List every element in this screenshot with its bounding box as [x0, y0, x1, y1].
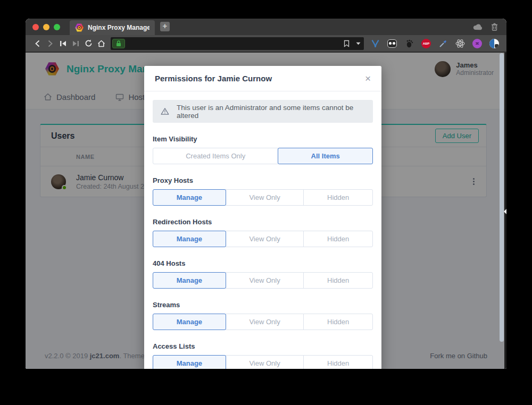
bookmark-icon[interactable]: [344, 40, 350, 47]
dropper-extension-icon[interactable]: [437, 38, 449, 49]
reload-icon[interactable]: [82, 37, 95, 50]
streams-view-only-button[interactable]: View Only: [226, 314, 304, 330]
web-content: Nginx Proxy Manager James Administrator …: [26, 53, 506, 369]
visibility-created-only-button[interactable]: Created Items Only: [153, 148, 278, 164]
proxy-hosts-view-only-button[interactable]: View Only: [226, 189, 304, 206]
browser-tab[interactable]: Nginx Proxy Manager: [70, 20, 155, 35]
visibility-all-items-button[interactable]: All Items: [278, 148, 373, 164]
redirection-hosts-section: Redirection Hosts Manage View Only Hidde…: [153, 218, 373, 247]
vertical-scrollbar[interactable]: [500, 53, 504, 342]
gnome-foot-extension-icon[interactable]: [403, 38, 415, 49]
streams-section: Streams Manage View Only Hidden: [153, 301, 373, 330]
access-lists-button-group: Manage View Only Hidden: [153, 355, 373, 369]
404-hosts-hidden-button[interactable]: Hidden: [303, 272, 373, 289]
mask-extension-icon[interactable]: [386, 38, 398, 49]
browser-tab-bar: Nginx Proxy Manager +: [26, 19, 506, 35]
permissions-modal: Permissions for Jamie Curnow × This user…: [144, 66, 381, 369]
redirection-hosts-button-group: Manage View Only Hidden: [153, 231, 373, 247]
proxy-hosts-button-group: Manage View Only Hidden: [153, 189, 373, 206]
404-hosts-section: 404 Hosts Manage View Only Hidden: [153, 259, 373, 289]
browser-window: Nginx Proxy Manager +: [26, 19, 506, 369]
streams-manage-button[interactable]: Manage: [153, 314, 226, 330]
section-label: Streams: [153, 301, 373, 309]
lock-icon[interactable]: [112, 39, 125, 48]
rewind-icon[interactable]: [56, 37, 69, 50]
new-tab-button[interactable]: +: [160, 22, 170, 31]
streams-button-group: Manage View Only Hidden: [153, 314, 373, 330]
item-visibility-section: Item Visibility Created Items Only All I…: [153, 135, 373, 164]
access-lists-manage-button[interactable]: Manage: [153, 355, 226, 369]
home-icon[interactable]: [95, 37, 107, 50]
access-lists-view-only-button[interactable]: View Only: [226, 355, 304, 369]
fastforward-icon[interactable]: [69, 37, 82, 50]
section-label: Redirection Hosts: [153, 218, 373, 226]
window-controls: [26, 19, 68, 35]
section-label: Item Visibility: [153, 135, 373, 143]
favicon-icon: [75, 23, 84, 32]
access-lists-section: Access Lists Manage View Only Hidden: [153, 342, 373, 369]
fork-extension-icon[interactable]: [369, 38, 381, 49]
redirection-hosts-view-only-button[interactable]: View Only: [226, 231, 304, 247]
back-icon[interactable]: [31, 37, 44, 50]
zoom-window-button[interactable]: [54, 24, 60, 30]
404-hosts-view-only-button[interactable]: View Only: [226, 272, 304, 289]
close-icon[interactable]: ×: [365, 73, 371, 83]
proxy-hosts-manage-button[interactable]: Manage: [153, 189, 226, 206]
visibility-button-group: Created Items Only All Items: [153, 148, 373, 164]
redirection-hosts-manage-button[interactable]: Manage: [153, 231, 226, 247]
minimize-window-button[interactable]: [43, 24, 49, 30]
section-label: Proxy Hosts: [153, 176, 373, 184]
privacy-extension-icon[interactable]: [488, 38, 500, 49]
section-label: 404 Hosts: [153, 259, 373, 267]
warning-triangle-icon: [161, 107, 169, 115]
browser-toolbar: ABP ≍: [26, 35, 506, 53]
adblock-plus-icon[interactable]: ABP: [420, 38, 432, 49]
section-label: Access Lists: [153, 342, 373, 350]
404-hosts-manage-button[interactable]: Manage: [153, 272, 226, 289]
redirection-hosts-hidden-button[interactable]: Hidden: [303, 231, 373, 247]
panel-toggle-arrow[interactable]: [504, 209, 506, 214]
trash-icon[interactable]: [491, 23, 498, 31]
proxy-hosts-section: Proxy Hosts Manage View Only Hidden: [153, 176, 373, 206]
extension-row: ABP ≍: [369, 38, 501, 49]
proxy-hosts-hidden-button[interactable]: Hidden: [303, 189, 373, 206]
admin-alert: This user is an Administrator and some i…: [153, 100, 373, 123]
modal-title: Permissions for Jamie Curnow: [155, 74, 272, 83]
caret-down-icon[interactable]: [356, 42, 361, 45]
404-hosts-button-group: Manage View Only Hidden: [153, 272, 373, 289]
cloud-sync-icon[interactable]: [473, 24, 483, 30]
access-lists-hidden-button[interactable]: Hidden: [303, 355, 373, 369]
atom-extension-icon[interactable]: [454, 38, 466, 49]
admin-alert-text: This user is an Administrator and some i…: [177, 104, 365, 120]
forward-icon[interactable]: [44, 37, 56, 50]
address-bar[interactable]: [111, 37, 364, 50]
screenshot-canvas: Nginx Proxy Manager +: [0, 0, 532, 405]
tab-title: Nginx Proxy Manager: [88, 24, 149, 31]
streams-hidden-button[interactable]: Hidden: [303, 314, 373, 330]
purple-mask-extension-icon[interactable]: ≍: [471, 38, 483, 49]
close-window-button[interactable]: [32, 24, 39, 30]
